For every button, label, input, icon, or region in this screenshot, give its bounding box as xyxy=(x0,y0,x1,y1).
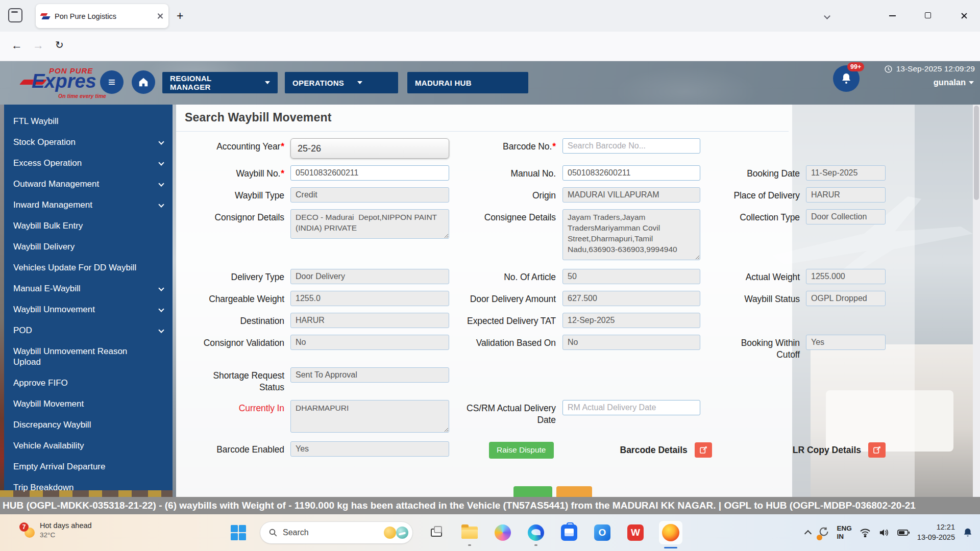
sync-status-icon[interactable] xyxy=(818,526,829,539)
barcode-no-input[interactable] xyxy=(562,138,700,154)
sidebar-item-outward-management[interactable]: Outward Management xyxy=(4,173,173,194)
barcode-enabled-label: Barcode Enabled xyxy=(176,441,284,456)
taskbar-search-input[interactable]: Search xyxy=(260,521,413,544)
show-hidden-icons-chevron[interactable] xyxy=(804,530,811,537)
partial-orange-button[interactable] xyxy=(556,486,592,497)
start-button[interactable] xyxy=(231,525,246,540)
lr-copy-details-button[interactable] xyxy=(868,442,886,458)
firefox-view-icon[interactable] xyxy=(8,8,22,22)
firefox-button[interactable] xyxy=(659,521,682,544)
booking-within-cutoff-field xyxy=(806,335,886,350)
role-dropdown[interactable]: REGIONAL MANAGER xyxy=(162,72,278,93)
tab-title: Pon Pure Logistics xyxy=(55,12,157,20)
sidebar-item-inward-management[interactable]: Inward Management xyxy=(4,194,173,215)
wps-icon: W xyxy=(627,524,644,541)
sidebar-item-stock-operation[interactable]: Stock Operation xyxy=(4,132,173,153)
language-indicator[interactable]: ENGIN xyxy=(837,524,852,541)
sidebar-item-waybill-bulk-entry[interactable]: Waybill Bulk Entry xyxy=(4,215,173,236)
new-tab-button[interactable]: + xyxy=(177,9,183,23)
waybill-form: Accounting Year* 25-26 Barcode No.* Wayb… xyxy=(176,138,886,459)
sidebar-item-waybill-movement[interactable]: Waybill Movement xyxy=(4,393,173,414)
scrollbar-thumb[interactable] xyxy=(974,106,979,200)
sidebar-item-empty-arrival-departure[interactable]: Empty Arrival Departure xyxy=(4,456,173,477)
sidebar-item-manual-e-waybill[interactable]: Manual E-Waybill xyxy=(4,278,173,299)
validation-based-on-label: Validation Based On xyxy=(449,335,556,349)
hamburger-menu-button[interactable]: ≡ xyxy=(100,70,124,94)
chevron-down-icon xyxy=(158,202,164,207)
task-view-button[interactable] xyxy=(427,523,446,542)
edge-icon xyxy=(528,524,544,541)
app-header: PON PURE Expres On time every time ≡ REG… xyxy=(0,61,980,105)
header-datetime: 13-Sep-2025 12:09:29 xyxy=(884,64,975,73)
notification-bell-icon[interactable] xyxy=(963,527,973,538)
bell-icon xyxy=(840,72,852,85)
barcode-details-button[interactable] xyxy=(695,442,712,458)
window-minimize-button[interactable] xyxy=(889,15,896,16)
hub-label[interactable]: MADURAI HUB xyxy=(407,72,528,93)
weather-badge: 7 xyxy=(19,522,29,532)
accounting-year-select[interactable]: 25-26 xyxy=(290,138,449,159)
waybill-no-input[interactable] xyxy=(290,165,449,181)
volume-icon[interactable] xyxy=(878,528,890,537)
window-maximize-button[interactable] xyxy=(925,12,931,18)
browser-tab[interactable]: Pon Pure Logistics xyxy=(36,4,168,28)
file-explorer-button[interactable] xyxy=(460,523,479,542)
chevron-down-icon xyxy=(158,139,164,144)
running-indicator xyxy=(468,544,471,546)
department-dropdown[interactable]: OPERATIONS xyxy=(285,72,398,93)
waybill-status-field xyxy=(806,291,886,306)
copilot-button[interactable] xyxy=(493,523,512,542)
sidebar-item-vehicle-availability[interactable]: Vehicle Availability xyxy=(4,435,173,456)
sidebar-item-trip-breakdown[interactable]: Trip Breakdown xyxy=(4,477,173,498)
user-menu[interactable]: gunalan xyxy=(934,78,974,87)
tab-close-icon[interactable] xyxy=(157,13,163,19)
partial-green-button[interactable] xyxy=(513,486,552,497)
edge-button[interactable] xyxy=(526,523,546,542)
chevron-down-icon xyxy=(357,81,362,84)
barcode-enabled-field xyxy=(290,441,449,457)
reload-button[interactable]: ↻ xyxy=(55,39,64,51)
booking-date-label: Booking Date xyxy=(700,165,800,180)
raise-dispute-button[interactable]: Raise Dispute xyxy=(489,442,554,459)
weather-icon: 7 xyxy=(20,523,36,539)
sidebar-item-pod[interactable]: POD xyxy=(4,320,173,341)
search-highlight-medal-icon[interactable] xyxy=(384,527,396,539)
sidebar-item-unmovement-reason-upload[interactable]: Waybill Unmovement Reason Upload xyxy=(4,341,173,372)
sidebar-item-ftl-waybill[interactable]: FTL Waybill xyxy=(4,111,173,132)
sidebar-item-approve-fifo[interactable]: Approve FIFO xyxy=(4,372,173,393)
sidebar-item-waybill-delivery[interactable]: Waybill Delivery xyxy=(4,236,173,257)
sidebar-item-excess-operation[interactable]: Excess Operation xyxy=(4,153,173,173)
chargeable-weight-label: Chargeable Weight xyxy=(176,291,284,305)
form-actions: Raise Dispute Barcode Details LR Copy De… xyxy=(449,441,886,459)
notification-count-badge: 99+ xyxy=(847,62,864,71)
wifi-icon[interactable] xyxy=(860,528,871,537)
outlook-button[interactable]: O xyxy=(593,523,612,542)
actual-weight-field xyxy=(806,269,886,284)
notification-ticker: HUB (OGPL-MDKK-035318-21-22) - (6) waybi… xyxy=(0,497,980,514)
back-button[interactable]: ← xyxy=(11,39,22,52)
firefox-icon xyxy=(662,524,679,541)
taskbar-clock[interactable]: 12:2113-09-2025 xyxy=(917,522,955,542)
cs-rm-actual-delivery-date-input[interactable] xyxy=(562,400,700,415)
destination-label: Destination xyxy=(176,313,284,327)
sidebar-item-discrepancy-waybill[interactable]: Discrepancy Waybill xyxy=(4,414,173,435)
site-favicon-icon xyxy=(41,13,50,20)
sidebar-item-vehicles-update-dd[interactable]: Vehicles Update For DD Waybill xyxy=(4,257,173,278)
microsoft-store-button[interactable] xyxy=(559,523,579,542)
browser-tab-strip: Pon Pure Logistics + xyxy=(0,0,980,32)
waybill-no-label: Waybill No.* xyxy=(176,165,284,180)
collection-type-field xyxy=(806,209,886,224)
wps-office-button[interactable]: W xyxy=(626,523,645,542)
delivery-type-label: Delivery Type xyxy=(176,269,284,283)
window-close-button[interactable] xyxy=(961,12,967,19)
weather-widget[interactable]: 7 Hot days ahead 32°C xyxy=(20,521,92,539)
battery-icon[interactable] xyxy=(897,529,910,536)
chevron-down-icon xyxy=(158,306,164,312)
origin-label: Origin xyxy=(449,187,556,202)
home-button[interactable] xyxy=(132,70,155,94)
list-tabs-icon[interactable] xyxy=(825,11,829,20)
sidebar-item-waybill-unmovement[interactable]: Waybill Unmovement xyxy=(4,299,173,320)
consignor-validation-label: Consignor Validation xyxy=(176,335,284,349)
manual-no-input[interactable] xyxy=(562,165,700,181)
search-highlight-shoe-icon[interactable] xyxy=(396,527,408,539)
